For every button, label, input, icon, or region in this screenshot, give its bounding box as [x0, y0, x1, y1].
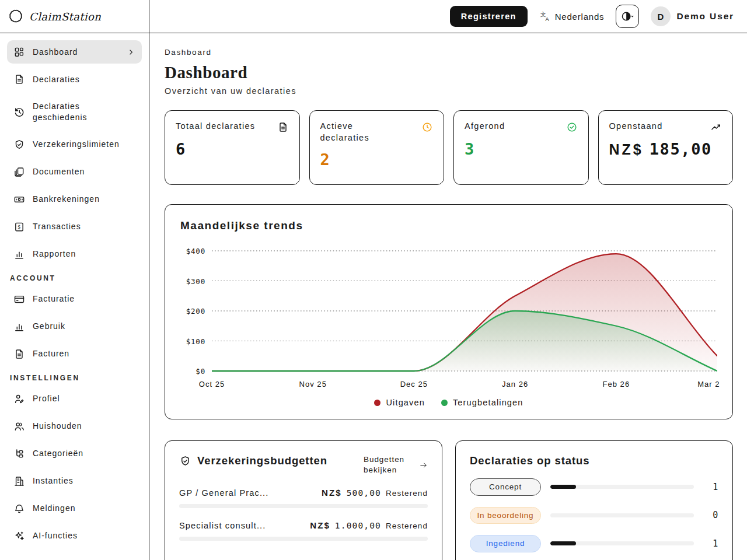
building-icon — [13, 475, 25, 487]
circle-check-icon — [566, 121, 578, 133]
status-row-concept: Concept 1 — [470, 478, 718, 496]
layout-grid-icon — [13, 46, 25, 58]
file-text-icon — [13, 74, 25, 85]
stat-value: 6 — [176, 140, 289, 158]
user-name: Demo User — [676, 11, 734, 22]
legend-item-uitgaven: Uitgaven — [374, 398, 425, 407]
panel-title: Verzekeringsbudgetten — [197, 454, 327, 467]
status-count: 0 — [703, 510, 718, 520]
stat-value: 3 — [465, 140, 578, 158]
language-switcher[interactable]: 文 A Nederlands — [539, 10, 605, 22]
status-progress-fill — [550, 485, 576, 489]
sidebar-item-transacties[interactable]: $ Transacties — [7, 215, 142, 239]
shield-check-icon — [179, 455, 191, 467]
stat-card-totaal-declaraties: Totaal declaraties 6 — [165, 110, 300, 185]
sidebar-item-huishouden[interactable]: Huishouden — [7, 415, 142, 438]
status-count: 1 — [703, 482, 718, 492]
sidebar-item-rapporten[interactable]: Rapporten — [7, 243, 142, 266]
clock-icon — [421, 121, 433, 133]
legend-dot-green — [441, 400, 448, 406]
svg-text:$: $ — [18, 224, 21, 230]
budget-progress-track — [179, 537, 428, 541]
sidebar-item-dashboard[interactable]: Dashboard — [7, 40, 142, 64]
sidebar-item-verzekeringslimieten[interactable]: Verzekeringslimieten — [7, 133, 142, 156]
stat-card-openstaand: Openstaand NZ$185,00 — [598, 110, 734, 185]
sidebar-item-declaraties[interactable]: Declaraties — [7, 68, 142, 91]
sparkles-icon — [13, 530, 25, 542]
budget-row: GP / General Prac... NZ$ 500,00 Resteren… — [179, 488, 428, 508]
x-tick-label: Mar 2 — [697, 380, 720, 388]
y-axis-labels: $0$100$200$300$400 — [180, 247, 212, 376]
chart-bar-icon — [13, 321, 25, 332]
sidebar-item-bankrekeningen[interactable]: Bankrekeningen — [7, 188, 142, 211]
sidebar: Dashboard Declaraties Declaraties geschi… — [0, 33, 149, 560]
budget-amount: NZ$ 1.000,00 Resterend — [310, 520, 428, 530]
stat-label: Openstaand — [609, 121, 663, 132]
sidebar-item-facturen[interactable]: Facturen — [7, 342, 142, 366]
status-badge: Concept — [470, 478, 541, 496]
stat-card-actieve-declaraties: Actieve declaraties 2 — [309, 110, 445, 185]
stat-card-afgerond: Afgerond 3 — [453, 110, 589, 185]
status-row-ingediend: Ingediend 1 — [470, 535, 718, 552]
arrow-right-icon — [419, 461, 428, 470]
view-budgets-link[interactable]: Budgetten bekijken — [364, 454, 428, 475]
sidebar-item-profiel[interactable]: Profiel — [7, 387, 142, 411]
file-text-icon — [277, 121, 289, 133]
legend-dot-red — [374, 400, 381, 406]
budget-amount: NZ$ 500,00 Resterend — [322, 488, 428, 498]
legend-item-terugbetalingen: Terugbetalingen — [441, 398, 523, 407]
bottom-panels: Verzekeringsbudgetten Budgetten bekijken… — [165, 440, 733, 560]
x-tick-label: Nov 25 — [299, 380, 326, 388]
status-badge: Ingediend — [470, 535, 541, 552]
monthly-trends-card: Maandelijkse trends $0$100$200$300$400 O… — [165, 204, 733, 419]
sidebar-item-gebruik[interactable]: Gebruik — [7, 315, 142, 338]
register-button[interactable]: Registreren — [450, 6, 528, 27]
budget-progress-track — [179, 504, 428, 508]
status-progress-track — [550, 485, 694, 489]
x-tick-label: Dec 25 — [400, 380, 428, 388]
user-menu[interactable]: D Demo User — [651, 6, 734, 26]
x-tick-label: Oct 25 — [199, 380, 225, 388]
dollar-receipt-icon: $ — [13, 221, 25, 233]
chart-bar-icon — [13, 249, 25, 260]
chart-title: Maandelijkse trends — [180, 219, 717, 232]
stat-label: Totaal declaraties — [176, 121, 255, 132]
users-icon — [13, 421, 25, 432]
credit-card-icon — [13, 293, 25, 305]
sidebar-item-meldingen[interactable]: Meldingen — [7, 497, 142, 520]
logo[interactable]: ClaimStation — [0, 0, 149, 33]
area-chart — [212, 247, 717, 376]
budget-name: Specialist consult... — [179, 521, 266, 530]
status-progress-track — [550, 541, 694, 545]
sidebar-item-categorieen[interactable]: Categorieën — [7, 442, 142, 466]
theme-toggle-button[interactable] — [616, 5, 639, 28]
y-tick-label: $200 — [186, 307, 205, 316]
x-axis-labels: Oct 25Nov 25Dec 25Jan 26Feb 26Mar 2 — [212, 377, 717, 390]
sidebar-section-instellingen: INSTELLINGEN — [10, 374, 142, 382]
sidebar-item-instanties[interactable]: Instanties — [7, 470, 142, 493]
sidebar-item-documenten[interactable]: Documenten — [7, 160, 142, 184]
user-edit-icon — [13, 393, 25, 405]
language-label: Nederlands — [555, 12, 605, 22]
sidebar-item-facturatie[interactable]: Facturatie — [7, 288, 142, 311]
page-title: Dashboard — [165, 63, 733, 82]
x-tick-label: Jan 26 — [502, 380, 528, 388]
declarations-by-status-card: Declaraties op status Concept 1 In beoor… — [455, 440, 733, 560]
stat-value: NZ$185,00 — [609, 140, 722, 158]
sidebar-item-ai-functies[interactable]: AI-functies — [7, 524, 142, 548]
status-badge: In beoordeling — [470, 507, 541, 524]
stat-label: Actieve declaraties — [320, 121, 386, 144]
panel-title: Declaraties op status — [470, 454, 590, 467]
chart-legend: Uitgaven Terugbetalingen — [180, 398, 717, 407]
logo-mark-icon — [8, 9, 23, 24]
y-tick-label: $100 — [186, 337, 205, 345]
stat-value: 2 — [320, 150, 434, 169]
y-tick-label: $300 — [186, 276, 205, 285]
svg-text:A: A — [545, 16, 549, 22]
stat-cards: Totaal declaraties 6 Actieve declaraties… — [165, 110, 733, 185]
hierarchy-icon — [13, 448, 25, 460]
status-row-in-beoordeling: In beoordeling 0 — [470, 507, 718, 524]
sidebar-item-declaraties-geschiedenis[interactable]: Declaraties geschiedenis — [7, 95, 142, 129]
insurance-budgets-card: Verzekeringsbudgetten Budgetten bekijken… — [165, 440, 442, 560]
breadcrumb[interactable]: Dashboard — [165, 48, 733, 57]
